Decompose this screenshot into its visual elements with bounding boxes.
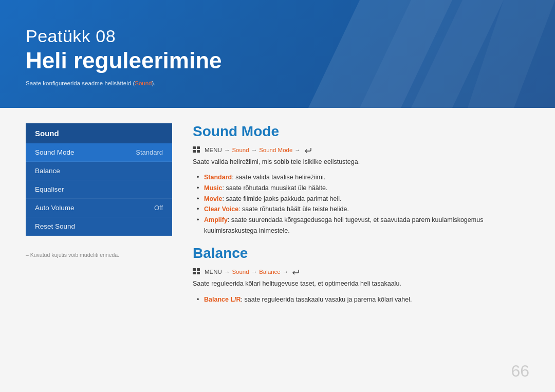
sidebar-item-balance[interactable]: Balance (26, 162, 172, 180)
sidebar: Sound Sound Mode Standard Balance Equali… (26, 123, 172, 382)
sidebar-item-equaliser[interactable]: Equaliser (26, 180, 172, 199)
main-content: Sound Sound Mode Standard Balance Equali… (0, 108, 555, 392)
breadcrumb-sound: Sound (232, 269, 249, 275)
breadcrumb-balance: Balance (259, 269, 281, 275)
svg-rect-8 (193, 268, 196, 271)
breadcrumb-sound: Sound (232, 147, 249, 153)
breadcrumb-arrow: → (224, 147, 230, 153)
list-item: Standard: saate valida tavalise helireži… (197, 172, 529, 183)
sidebar-item-value: Standard (136, 148, 163, 156)
breadcrumb-sound-mode: Sound Mode (259, 147, 292, 153)
list-item: Music: saate rõhutada muusikat üle häält… (197, 183, 529, 194)
svg-rect-4 (193, 146, 196, 149)
svg-rect-9 (197, 268, 200, 271)
sidebar-note: Kuvatud kujutis võib mudeliti erineda. (26, 251, 172, 259)
menu-grid-icon (193, 268, 201, 274)
section-sound-mode: Sound Mode MENU → Sound → Sound Mode → (193, 123, 529, 236)
svg-rect-10 (193, 272, 196, 274)
page-title: Heli reguleerimine (26, 48, 529, 74)
breadcrumb-arrow: → (224, 269, 230, 275)
header-subtitle: Saate konfigureerida seadme helisätteid … (26, 80, 529, 86)
sidebar-item-label: Balance (35, 167, 60, 175)
list-item: Movie: saate filmide jaoks pakkuda parim… (197, 194, 529, 204)
sidebar-item-auto-volume[interactable]: Auto Volume Off (26, 199, 172, 217)
list-item: Balance L/R: saate reguleerida tasakaalu… (197, 294, 529, 305)
breadcrumb-balance: MENU → Sound → Balance → (193, 269, 529, 275)
breadcrumb-arrow: → (251, 147, 257, 153)
sidebar-item-label: Reset Sound (35, 222, 75, 230)
page-number: 66 (511, 362, 529, 381)
chapter-label: Peatükk 08 (26, 26, 529, 47)
section-title-sound-mode: Sound Mode (193, 123, 529, 140)
list-item: Clear Voice: saate rõhutada häält üle te… (197, 204, 529, 215)
list-item: Amplify: saate suurendada kõrgsagedusega… (197, 215, 529, 236)
enter-icon (292, 269, 299, 275)
breadcrumb-arrow: → (283, 269, 289, 275)
section-balance: Balance MENU → Sound → Balance → (193, 245, 529, 305)
sidebar-item-label: Sound Mode (35, 148, 75, 156)
bullet-list-balance: Balance L/R: saate reguleerida tasakaalu… (193, 294, 529, 305)
breadcrumb-arrow: → (294, 147, 301, 153)
sidebar-header: Sound (26, 123, 172, 143)
content-area: Sound Mode MENU → Sound → Sound Mode → (193, 123, 529, 382)
section-title-balance: Balance (193, 245, 529, 262)
bullet-list-sound-mode: Standard: saate valida tavalise helireži… (193, 172, 529, 236)
sidebar-item-label: Auto Volume (35, 204, 75, 212)
breadcrumb-arrow: → (251, 269, 257, 275)
section-desc-balance: Saate reguleerida kõlari helitugevuse ta… (193, 279, 529, 289)
sidebar-item-value: Off (154, 204, 163, 212)
header-link[interactable]: Sound (135, 80, 152, 86)
sidebar-item-label: Equaliser (35, 185, 64, 193)
svg-rect-5 (197, 146, 200, 149)
sidebar-item-reset-sound[interactable]: Reset Sound (26, 217, 172, 236)
svg-rect-7 (197, 150, 200, 153)
breadcrumb-sound-mode: MENU → Sound → Sound Mode → (193, 147, 529, 153)
sidebar-item-sound-mode[interactable]: Sound Mode Standard (26, 143, 172, 162)
svg-rect-11 (197, 272, 200, 274)
enter-icon (304, 147, 311, 153)
svg-rect-6 (193, 150, 196, 153)
page-header: Peatükk 08 Heli reguleerimine Saate konf… (0, 0, 555, 108)
section-desc-sound-mode: Saate valida helirežiimi, mis sobib teie… (193, 157, 529, 167)
menu-grid-icon (193, 146, 201, 153)
